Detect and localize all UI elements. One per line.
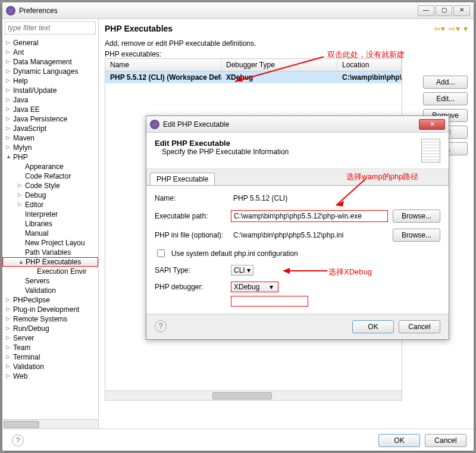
tree-node[interactable]: ▷Remote Systems — [2, 314, 98, 324]
sidebar: ▷General▷Ant▷Data Management▷Dynamic Lan… — [2, 19, 99, 429]
page-description: Add, remove or edit PHP executable defin… — [105, 39, 468, 48]
help-icon[interactable]: ? — [12, 435, 24, 446]
col-location[interactable]: Location — [337, 59, 402, 71]
col-name[interactable]: Name — [105, 59, 221, 71]
col-debugger[interactable]: Debugger Type — [221, 59, 337, 71]
tree-node[interactable]: ▲PHP — [2, 152, 98, 162]
tree-node[interactable]: ▷Data Management — [2, 57, 98, 67]
cell-location: C:\wamp\bin\php\p — [337, 71, 402, 83]
add-button[interactable]: Add... — [423, 76, 468, 89]
sapi-select[interactable]: CLI ▾ — [231, 265, 253, 276]
ini-label: PHP ini file (optional): — [155, 231, 226, 239]
tree-node[interactable]: Validation — [2, 286, 98, 295]
tree-node[interactable]: Interpreter — [2, 210, 98, 219]
tree-node[interactable]: ▷Terminal — [2, 352, 98, 362]
cell-debugger: XDebug — [221, 71, 337, 83]
tree-node[interactable]: ▷Java EE — [2, 105, 98, 114]
sidebar-hscroll[interactable] — [2, 419, 98, 429]
dialog-icon — [150, 120, 159, 129]
name-label: Name: — [155, 194, 226, 202]
ini-input[interactable] — [231, 230, 388, 240]
app-icon — [6, 6, 15, 15]
footer: ? OK Cancel — [2, 429, 474, 451]
tree-node[interactable]: ▷Team — [2, 343, 98, 352]
tree-node[interactable]: ▷Run/Debug — [2, 324, 98, 333]
tree-node[interactable]: Execution Envir — [2, 267, 98, 276]
tree-node[interactable]: ▷Java — [2, 95, 98, 105]
tree-node[interactable]: ▷Java Persistence — [2, 114, 98, 124]
sapi-label: SAPI Type: — [155, 266, 226, 274]
maximize-button[interactable]: ▢ — [436, 5, 452, 16]
filter-input[interactable] — [5, 21, 96, 35]
tree-node[interactable]: Servers — [2, 276, 98, 286]
close-button[interactable]: ✕ — [453, 5, 470, 16]
menu-icon[interactable]: ▾ — [464, 24, 468, 33]
dialog-help-icon[interactable]: ? — [155, 320, 167, 332]
tree-node[interactable]: ▷Code Style — [2, 181, 98, 190]
tree-node[interactable]: New Project Layou — [2, 238, 98, 248]
tree-node[interactable]: ▷Plug-in Development — [2, 305, 98, 314]
tab-php-executable[interactable]: PHP Executable — [150, 173, 215, 185]
server-icon — [421, 139, 440, 163]
dialog-subheader: Specify the PHP Executable Information — [162, 148, 289, 156]
edit-executable-dialog: Edit PHP Executable ✕ Edit PHP Executabl… — [146, 115, 449, 340]
tree-node[interactable]: ▷Help — [2, 76, 98, 86]
tree-node[interactable]: Code Refactor — [2, 171, 98, 181]
dialog-close-button[interactable]: ✕ — [419, 119, 445, 130]
dialog-title: Edit PHP Executable — [163, 120, 419, 129]
tree-node[interactable]: ▷General — [2, 38, 98, 48]
tree-node[interactable]: ▷Web — [2, 371, 98, 381]
dialog-ok-button[interactable]: OK — [352, 320, 394, 333]
use-default-ini-label: Use system default php.ini configuration — [171, 249, 298, 258]
titlebar: Preferences — ▢ ✕ — [2, 2, 474, 19]
tree-node[interactable]: ▷Ant — [2, 48, 98, 57]
tree-node[interactable]: ▷Editor — [2, 200, 98, 210]
table-row[interactable]: PHP 5.5.12 (CLI) (Workspace Defa... XDeb… — [105, 71, 402, 83]
debugger-highlight-box — [231, 296, 308, 307]
ok-button[interactable]: OK — [378, 434, 420, 447]
tree-node[interactable]: ▷Debug — [2, 190, 98, 200]
list-label: PHP executables: — [105, 50, 468, 58]
tree-node[interactable]: Libraries — [2, 219, 98, 229]
dialog-cancel-button[interactable]: Cancel — [399, 320, 440, 333]
browse-ini-button[interactable]: Browse... — [393, 229, 440, 242]
tree-node[interactable]: ▷JavaScript — [2, 124, 98, 133]
tree-node[interactable]: ▷Dynamic Languages — [2, 67, 98, 76]
exe-path-label: Executable path: — [155, 212, 226, 220]
preferences-tree[interactable]: ▷General▷Ant▷Data Management▷Dynamic Lan… — [2, 37, 98, 419]
debugger-label: PHP debugger: — [155, 283, 226, 291]
tree-node[interactable]: Path Variables — [2, 248, 98, 257]
forward-icon[interactable]: ⇨▾ — [449, 24, 460, 33]
tree-node[interactable]: ▷Install/Update — [2, 86, 98, 95]
tree-node[interactable]: Manual — [2, 229, 98, 238]
name-value: PHP 5.5.12 (CLI) — [231, 193, 440, 204]
page-title: PHP Executables — [105, 24, 430, 33]
tree-node[interactable]: ▷Validation — [2, 362, 98, 371]
tree-node[interactable]: ▷PHPeclipse — [2, 295, 98, 305]
dialog-header: Edit PHP Executable — [155, 139, 230, 148]
back-icon[interactable]: ⇦▾ — [434, 24, 445, 33]
use-default-ini-checkbox[interactable] — [157, 249, 165, 257]
tree-node[interactable]: ▲PHP Executables — [2, 257, 98, 267]
edit-button[interactable]: Edit... — [423, 92, 468, 105]
tree-node[interactable]: ▷Server — [2, 333, 98, 343]
cancel-button[interactable]: Cancel — [425, 434, 466, 447]
exe-path-input[interactable] — [231, 210, 388, 222]
debugger-select[interactable]: XDebug ▾ — [231, 282, 278, 292]
tab-bar: PHP Executable — [146, 169, 449, 185]
cell-name: PHP 5.5.12 (CLI) (Workspace Defa... — [105, 71, 221, 83]
tree-node[interactable]: ▷Maven — [2, 133, 98, 143]
tree-node[interactable]: Appearance — [2, 162, 98, 171]
window-title: Preferences — [19, 7, 418, 15]
minimize-button[interactable]: — — [418, 5, 434, 16]
table-hscroll[interactable] — [105, 390, 402, 400]
browse-exe-button[interactable]: Browse... — [393, 210, 440, 223]
tree-node[interactable]: ▷Mylyn — [2, 143, 98, 152]
